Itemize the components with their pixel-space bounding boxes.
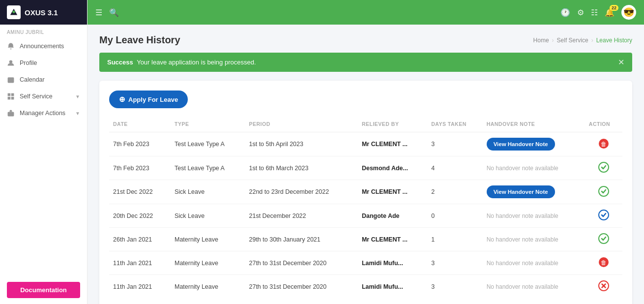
logo-icon xyxy=(7,5,21,19)
breadcrumb: Home › Self Service › Leave History xyxy=(533,37,632,44)
alert-message: Your leave application is being processe… xyxy=(137,59,256,66)
topnav-left: ☰ 🔍 xyxy=(95,8,554,17)
sidebar-item-calendar[interactable]: Calendar xyxy=(0,71,87,88)
no-handover-text: No handover note available xyxy=(487,283,558,290)
table-header: DATE TYPE PERIOD RELIEVED BY DAYS TAKEN … xyxy=(109,118,622,132)
apply-for-leave-button[interactable]: ⊕ Apply For Leave xyxy=(109,91,188,108)
breadcrumb-sep-1: › xyxy=(552,37,554,44)
sidebar-item-self-service[interactable]: Self Service ▼ xyxy=(0,88,87,105)
close-red-icon[interactable] xyxy=(598,286,609,293)
table-row: 7th Feb 2023Test Leave Type A1st to 6th … xyxy=(109,156,622,180)
sidebar-item-announcements[interactable]: Announcements xyxy=(0,38,87,55)
cell-date: 20th Dec 2022 xyxy=(109,204,171,228)
breadcrumb-home[interactable]: Home xyxy=(533,37,549,44)
cell-handover: No handover note available xyxy=(483,156,585,180)
cell-handover: No handover note available xyxy=(483,251,585,275)
check-green-icon[interactable] xyxy=(598,191,609,198)
col-relieved: RELIEVED BY xyxy=(358,118,427,132)
table-body: 7th Feb 2023Test Leave Type A1st to 5th … xyxy=(109,132,622,299)
calendar-label: Calendar xyxy=(20,76,45,83)
user-icon xyxy=(7,59,15,67)
col-period: PERIOD xyxy=(245,118,357,132)
sidebar-item-manager-actions[interactable]: Manager Actions ▼ xyxy=(0,105,87,122)
cell-handover: View Handover Note xyxy=(483,180,585,204)
check-blue-icon[interactable] xyxy=(598,215,609,222)
plus-icon: ⊕ xyxy=(119,95,125,104)
cell-handover: No handover note available xyxy=(483,275,585,299)
cell-period: 1st to 5th April 2023 xyxy=(245,132,357,156)
delete-action-icon[interactable]: 🗑 xyxy=(598,262,609,269)
table-row: 7th Feb 2023Test Leave Type A1st to 5th … xyxy=(109,132,622,156)
sidebar-nav: Announcements Profile Calendar Self Serv… xyxy=(0,38,87,276)
cell-date: 26th Jan 2021 xyxy=(109,228,171,251)
apply-button-label: Apply For Leave xyxy=(128,96,178,103)
col-days: DAYS TAKEN xyxy=(427,118,482,132)
manager-actions-label: Manager Actions xyxy=(20,110,65,117)
check-green-icon[interactable] xyxy=(598,167,609,174)
gear-icon[interactable]: ⚙ xyxy=(577,8,584,17)
cell-period: 21st December 2022 xyxy=(245,204,357,228)
svg-rect-3 xyxy=(8,93,11,96)
breadcrumb-self-service[interactable]: Self Service xyxy=(557,37,588,44)
table-row: 26th Jan 2021Maternity Leave29th to 30th… xyxy=(109,228,622,251)
cell-period: 29th to 30th January 2021 xyxy=(245,228,357,251)
view-handover-button[interactable]: View Handover Note xyxy=(487,185,555,198)
cell-type: Maternity Leave xyxy=(171,251,245,275)
cell-relieved-by: Lamidi Mufu... xyxy=(358,275,427,299)
clock-icon[interactable]: 🕐 xyxy=(560,8,570,17)
cell-date: 21st Dec 2022 xyxy=(109,180,171,204)
svg-point-0 xyxy=(12,10,15,13)
sidebar-item-profile[interactable]: Profile xyxy=(0,55,87,71)
cell-days: 3 xyxy=(427,132,482,156)
cell-period: 27th to 31st December 2020 xyxy=(245,275,357,299)
cell-type: Test Leave Type A xyxy=(171,132,245,156)
cell-action xyxy=(585,275,622,299)
cell-days: 3 xyxy=(427,275,482,299)
table-row: 11th Jan 2021Maternity Leave27th to 31st… xyxy=(109,251,622,275)
cell-date: 7th Feb 2023 xyxy=(109,156,171,180)
svg-text:🗑: 🗑 xyxy=(601,140,607,147)
alert-close-button[interactable]: ✕ xyxy=(618,58,624,67)
cell-type: Maternity Leave xyxy=(171,228,245,251)
menu-icon[interactable]: ☰ xyxy=(95,8,102,17)
bell-icon xyxy=(7,42,15,50)
cell-handover: No handover note available xyxy=(483,228,585,251)
documentation-button[interactable]: Documentation xyxy=(7,282,80,298)
cell-days: 2 xyxy=(427,180,482,204)
avatar[interactable]: 😎 xyxy=(621,5,636,20)
no-handover-text: No handover note available xyxy=(487,260,558,267)
app-name: OXUS 3.1 xyxy=(25,8,58,17)
page-header: My Leave History Home › Self Service › L… xyxy=(99,34,632,46)
check-green-icon[interactable] xyxy=(598,239,609,245)
cell-type: Maternity Leave xyxy=(171,275,245,299)
alert-type: Success xyxy=(107,59,133,66)
breadcrumb-sep-2: › xyxy=(591,37,593,44)
cell-days: 4 xyxy=(427,156,482,180)
cell-type: Sick Leave xyxy=(171,204,245,228)
sidebar-username: AMINU JUBRIL xyxy=(0,25,87,38)
notification-bell-wrap: 🔔 22 xyxy=(605,8,615,17)
table-row: 11th Jan 2021Maternity Leave27th to 31st… xyxy=(109,275,622,299)
topnav-right: 🕐 ⚙ ☷ 🔔 22 😎 xyxy=(560,5,636,20)
svg-rect-7 xyxy=(8,112,14,117)
col-date: DATE xyxy=(109,118,171,132)
cell-period: 27th to 31st December 2020 xyxy=(245,251,357,275)
cell-relieved-by: Mr CLEMENT ... xyxy=(358,228,427,251)
notification-badge: 22 xyxy=(610,5,618,11)
briefcase-icon xyxy=(7,109,15,117)
cell-action xyxy=(585,156,622,180)
col-handover: HANDOVER NOTE xyxy=(483,118,585,132)
cell-period: 1st to 6th March 2023 xyxy=(245,156,357,180)
delete-action-icon[interactable]: 🗑 xyxy=(598,144,609,151)
cell-action xyxy=(585,204,622,228)
search-icon[interactable]: 🔍 xyxy=(109,8,119,17)
cell-days: 0 xyxy=(427,204,482,228)
apps-icon[interactable]: ☷ xyxy=(591,8,598,17)
topnav: ☰ 🔍 🕐 ⚙ ☷ 🔔 22 😎 xyxy=(88,0,644,25)
svg-text:🗑: 🗑 xyxy=(601,259,607,266)
announcements-label: Announcements xyxy=(20,43,64,50)
svg-rect-5 xyxy=(8,97,11,100)
cell-period: 22nd to 23rd December 2022 xyxy=(245,180,357,204)
view-handover-button[interactable]: View Handover Note xyxy=(487,138,555,151)
cell-action xyxy=(585,180,622,204)
